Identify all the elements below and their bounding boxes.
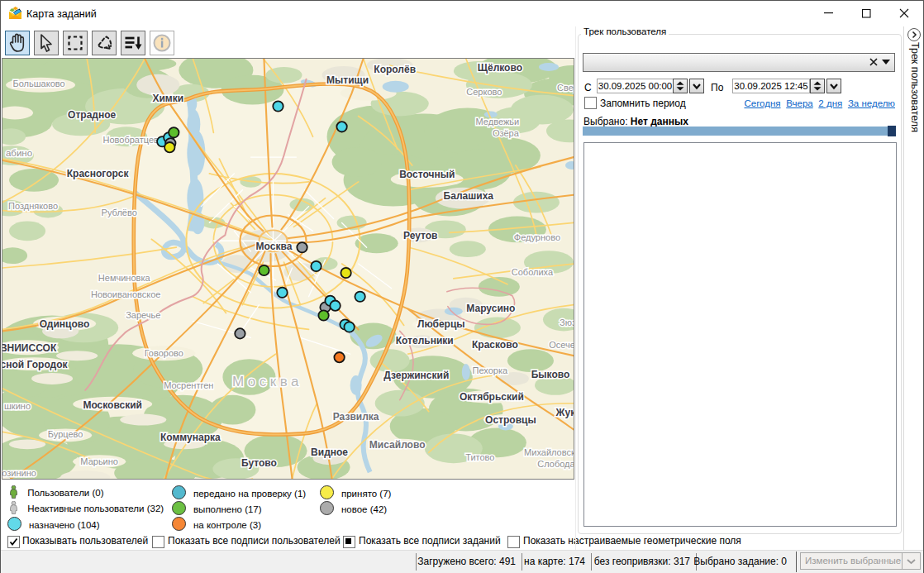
svg-text:Москва: Москва <box>256 241 293 252</box>
svg-text:Немчиновка: Немчиновка <box>98 273 151 283</box>
svg-text:Октябрьский: Октябрьский <box>460 391 524 403</box>
svg-text:Мытищи: Мытищи <box>326 74 369 86</box>
svg-text:Москва: Москва <box>232 374 302 389</box>
svg-text:Бурцево: Бурцево <box>48 429 83 439</box>
svg-text:Московский: Московский <box>83 399 142 411</box>
svg-text:Осече: Осече <box>549 340 574 350</box>
svg-text:Одинцово: Одинцово <box>40 318 90 330</box>
svg-text:ВНИИССОК: ВНИИССОК <box>2 342 57 354</box>
svg-text:Бутово: Бутово <box>241 457 277 469</box>
svg-text:Люберцы: Люберцы <box>417 318 465 330</box>
svg-text:Поздняково: Поздняково <box>8 201 58 211</box>
svg-text:Титово: Титово <box>465 452 494 462</box>
svg-text:Видное: Видное <box>311 446 348 458</box>
svg-text:Мосрентген: Мосрентген <box>164 380 213 390</box>
svg-text:Королёв: Королёв <box>374 64 416 75</box>
svg-text:Соболиха: Соболиха <box>512 267 554 277</box>
svg-text:Федурново: Федурново <box>514 232 560 242</box>
svg-text:Серково: Серково <box>466 87 502 97</box>
svg-text:Медвежьи: Медвежьи <box>476 117 520 127</box>
svg-text:Химки: Химки <box>152 93 183 104</box>
svg-text:Реутов: Реутов <box>403 230 438 241</box>
svg-text:Озёра: Озёра <box>493 128 520 138</box>
svg-text:Заречье: Заречье <box>126 310 160 320</box>
svg-text:Марусино: Марусино <box>466 303 515 314</box>
svg-text:Щёлково: Щёлково <box>478 62 522 74</box>
svg-text:Говорово: Говорово <box>145 348 183 358</box>
svg-text:абино: абино <box>6 148 32 158</box>
svg-text:сной Городок: сной Городок <box>2 359 68 370</box>
svg-text:Отрадное: Отрадное <box>68 109 116 121</box>
svg-text:Зюз: Зюз <box>560 318 574 327</box>
svg-text:Островцы: Островцы <box>485 414 536 426</box>
svg-text:Михайловск: Михайловск <box>524 447 574 457</box>
svg-text:Мисайлово: Мисайлово <box>369 439 426 451</box>
svg-text:Дзержинский: Дзержинский <box>383 370 449 381</box>
svg-text:Красково: Красково <box>472 339 518 351</box>
svg-text:Балашиха: Балашиха <box>444 190 494 202</box>
svg-text:Красногорск: Красногорск <box>67 168 129 179</box>
svg-text:Слобода: Слобода <box>537 459 574 469</box>
svg-text:Коммунарка: Коммунарка <box>160 432 221 443</box>
svg-text:Свер: Свер <box>557 83 574 93</box>
svg-text:Пехорка: Пехорка <box>473 365 508 375</box>
svg-text:Новоивановское: Новоивановское <box>91 289 160 299</box>
svg-text:Рублёво: Рублёво <box>102 208 137 217</box>
svg-text:Большаково: Большаково <box>13 79 65 88</box>
svg-text:Новобратцево: Новобратцево <box>103 135 164 145</box>
svg-text:Котельники: Котельники <box>396 335 454 346</box>
svg-text:Марьино: Марьино <box>80 456 118 466</box>
svg-text:Развилка: Развилка <box>333 411 379 423</box>
svg-text:озинино: озинино <box>2 468 36 478</box>
svg-text:Жуко: Жуко <box>555 407 574 418</box>
svg-text:Восточный: Восточный <box>399 169 455 180</box>
svg-text:Быково: Быково <box>531 369 570 380</box>
svg-text:шкино: шкино <box>4 401 31 411</box>
